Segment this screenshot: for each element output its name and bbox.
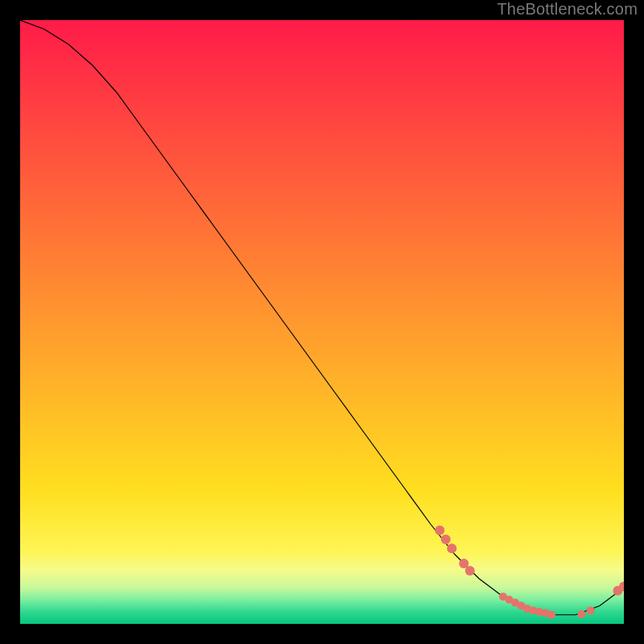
marker-point <box>547 611 555 619</box>
gradient-background <box>20 20 624 624</box>
watermark-text: TheBottleneck.com <box>497 0 638 19</box>
marker-point <box>578 610 586 618</box>
marker-point <box>435 526 444 535</box>
marker-point <box>465 566 475 576</box>
chart-svg <box>20 20 624 624</box>
chart-plot <box>20 20 624 624</box>
marker-point <box>441 535 451 544</box>
marker-point <box>447 543 456 553</box>
chart-frame: TheBottleneck.com <box>0 0 644 644</box>
marker-point <box>587 607 595 615</box>
